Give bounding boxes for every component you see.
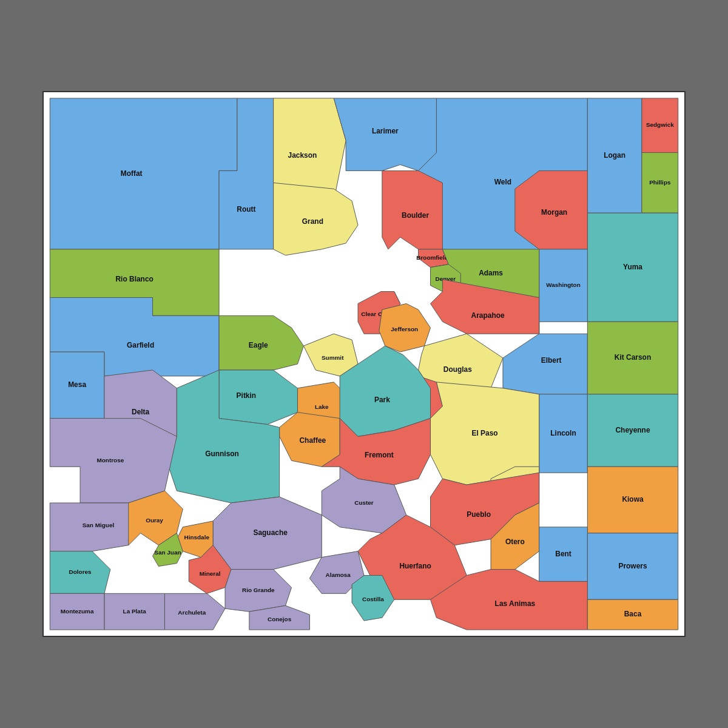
moffat-county[interactable] (50, 98, 237, 249)
la-plata-county[interactable] (104, 593, 165, 630)
chaffee-county[interactable] (280, 413, 340, 467)
montrose-county[interactable] (50, 419, 177, 503)
washington-county[interactable] (539, 249, 588, 322)
bent-county[interactable] (539, 527, 588, 582)
morgan-county[interactable] (515, 170, 587, 249)
mesa-county[interactable] (50, 352, 104, 419)
grand-county[interactable] (274, 183, 358, 255)
prowers-county[interactable] (587, 533, 678, 600)
montezuma-county[interactable] (50, 593, 104, 630)
rio-grande-county[interactable] (225, 569, 292, 612)
san-miguel-county[interactable] (50, 503, 140, 551)
yuma-county[interactable] (587, 213, 678, 322)
kiowa-county[interactable] (587, 467, 678, 533)
phillips-county[interactable] (642, 153, 678, 214)
pitkin-county[interactable] (219, 370, 297, 425)
colorado-counties-map: Moffat Routt Jackson Larimer Weld Logan … (42, 91, 686, 637)
logan-county[interactable] (587, 98, 642, 213)
sedgwick-county[interactable] (642, 98, 678, 153)
dolores-county[interactable] (50, 551, 110, 594)
cheyenne-county[interactable] (587, 394, 678, 467)
boulder-county[interactable] (382, 170, 443, 249)
baca-county[interactable] (587, 599, 678, 630)
eagle-county[interactable] (219, 315, 303, 370)
larimer-county[interactable] (334, 98, 436, 170)
kit-carson-county[interactable] (587, 322, 678, 394)
lincoln-county[interactable] (539, 394, 588, 473)
archuleta-county[interactable] (164, 593, 225, 630)
jefferson-county[interactable] (379, 303, 431, 352)
saguache-county[interactable] (213, 497, 322, 569)
